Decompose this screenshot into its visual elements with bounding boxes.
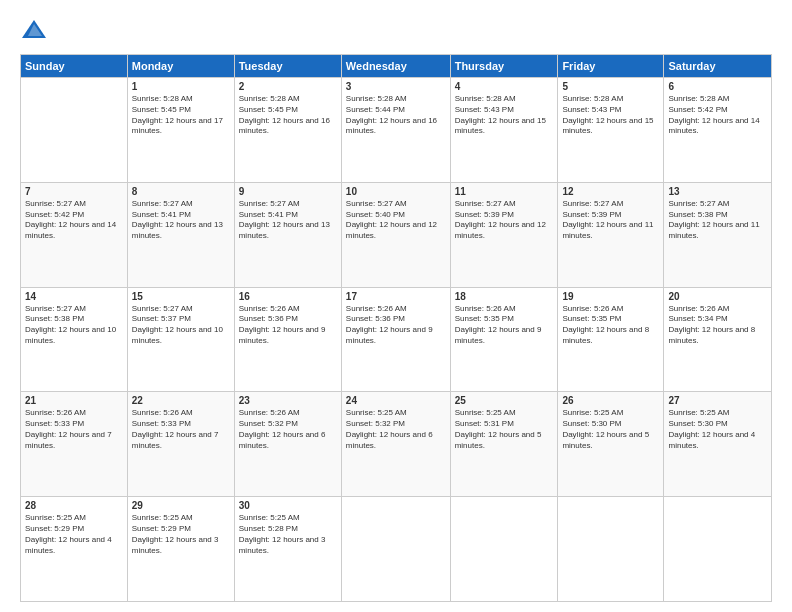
day-number: 28: [25, 500, 123, 511]
day-number: 7: [25, 186, 123, 197]
day-number: 9: [239, 186, 337, 197]
cell-info: Sunrise: 5:26 AMSunset: 5:32 PMDaylight:…: [239, 408, 337, 451]
cell-info: Sunrise: 5:27 AMSunset: 5:38 PMDaylight:…: [25, 304, 123, 347]
day-number: 17: [346, 291, 446, 302]
calendar-header-saturday: Saturday: [664, 55, 772, 78]
calendar-table: SundayMondayTuesdayWednesdayThursdayFrid…: [20, 54, 772, 602]
calendar-cell: 24Sunrise: 5:25 AMSunset: 5:32 PMDayligh…: [341, 392, 450, 497]
day-number: 13: [668, 186, 767, 197]
calendar-week-3: 14Sunrise: 5:27 AMSunset: 5:38 PMDayligh…: [21, 287, 772, 392]
cell-info: Sunrise: 5:26 AMSunset: 5:35 PMDaylight:…: [562, 304, 659, 347]
day-number: 25: [455, 395, 554, 406]
calendar-header-wednesday: Wednesday: [341, 55, 450, 78]
day-number: 21: [25, 395, 123, 406]
calendar-cell: 9Sunrise: 5:27 AMSunset: 5:41 PMDaylight…: [234, 182, 341, 287]
calendar-cell: 26Sunrise: 5:25 AMSunset: 5:30 PMDayligh…: [558, 392, 664, 497]
calendar-cell: [558, 497, 664, 602]
calendar-header-monday: Monday: [127, 55, 234, 78]
calendar-cell: 7Sunrise: 5:27 AMSunset: 5:42 PMDaylight…: [21, 182, 128, 287]
calendar-cell: 22Sunrise: 5:26 AMSunset: 5:33 PMDayligh…: [127, 392, 234, 497]
calendar-header-row: SundayMondayTuesdayWednesdayThursdayFrid…: [21, 55, 772, 78]
calendar-cell: 15Sunrise: 5:27 AMSunset: 5:37 PMDayligh…: [127, 287, 234, 392]
day-number: 11: [455, 186, 554, 197]
day-number: 14: [25, 291, 123, 302]
cell-info: Sunrise: 5:25 AMSunset: 5:32 PMDaylight:…: [346, 408, 446, 451]
cell-info: Sunrise: 5:26 AMSunset: 5:35 PMDaylight:…: [455, 304, 554, 347]
calendar-week-4: 21Sunrise: 5:26 AMSunset: 5:33 PMDayligh…: [21, 392, 772, 497]
day-number: 29: [132, 500, 230, 511]
calendar-cell: 16Sunrise: 5:26 AMSunset: 5:36 PMDayligh…: [234, 287, 341, 392]
cell-info: Sunrise: 5:26 AMSunset: 5:33 PMDaylight:…: [25, 408, 123, 451]
cell-info: Sunrise: 5:27 AMSunset: 5:41 PMDaylight:…: [239, 199, 337, 242]
calendar-cell: [450, 497, 558, 602]
header: [20, 16, 772, 44]
day-number: 30: [239, 500, 337, 511]
calendar-cell: 14Sunrise: 5:27 AMSunset: 5:38 PMDayligh…: [21, 287, 128, 392]
cell-info: Sunrise: 5:25 AMSunset: 5:29 PMDaylight:…: [25, 513, 123, 556]
calendar-cell: [341, 497, 450, 602]
cell-info: Sunrise: 5:25 AMSunset: 5:29 PMDaylight:…: [132, 513, 230, 556]
calendar-header-thursday: Thursday: [450, 55, 558, 78]
day-number: 19: [562, 291, 659, 302]
calendar-cell: 8Sunrise: 5:27 AMSunset: 5:41 PMDaylight…: [127, 182, 234, 287]
calendar-cell: 1Sunrise: 5:28 AMSunset: 5:45 PMDaylight…: [127, 78, 234, 183]
calendar-cell: 10Sunrise: 5:27 AMSunset: 5:40 PMDayligh…: [341, 182, 450, 287]
cell-info: Sunrise: 5:28 AMSunset: 5:45 PMDaylight:…: [239, 94, 337, 137]
cell-info: Sunrise: 5:25 AMSunset: 5:30 PMDaylight:…: [668, 408, 767, 451]
day-number: 24: [346, 395, 446, 406]
calendar-cell: 20Sunrise: 5:26 AMSunset: 5:34 PMDayligh…: [664, 287, 772, 392]
cell-info: Sunrise: 5:25 AMSunset: 5:28 PMDaylight:…: [239, 513, 337, 556]
day-number: 8: [132, 186, 230, 197]
day-number: 16: [239, 291, 337, 302]
cell-info: Sunrise: 5:27 AMSunset: 5:39 PMDaylight:…: [455, 199, 554, 242]
calendar-week-2: 7Sunrise: 5:27 AMSunset: 5:42 PMDaylight…: [21, 182, 772, 287]
cell-info: Sunrise: 5:28 AMSunset: 5:45 PMDaylight:…: [132, 94, 230, 137]
cell-info: Sunrise: 5:27 AMSunset: 5:40 PMDaylight:…: [346, 199, 446, 242]
calendar-cell: 17Sunrise: 5:26 AMSunset: 5:36 PMDayligh…: [341, 287, 450, 392]
day-number: 1: [132, 81, 230, 92]
day-number: 27: [668, 395, 767, 406]
cell-info: Sunrise: 5:28 AMSunset: 5:43 PMDaylight:…: [562, 94, 659, 137]
cell-info: Sunrise: 5:27 AMSunset: 5:42 PMDaylight:…: [25, 199, 123, 242]
calendar-header-friday: Friday: [558, 55, 664, 78]
cell-info: Sunrise: 5:28 AMSunset: 5:43 PMDaylight:…: [455, 94, 554, 137]
calendar-header-sunday: Sunday: [21, 55, 128, 78]
day-number: 23: [239, 395, 337, 406]
logo: [20, 16, 52, 44]
calendar-cell: [21, 78, 128, 183]
cell-info: Sunrise: 5:25 AMSunset: 5:30 PMDaylight:…: [562, 408, 659, 451]
day-number: 6: [668, 81, 767, 92]
calendar-cell: 13Sunrise: 5:27 AMSunset: 5:38 PMDayligh…: [664, 182, 772, 287]
calendar-cell: 12Sunrise: 5:27 AMSunset: 5:39 PMDayligh…: [558, 182, 664, 287]
cell-info: Sunrise: 5:28 AMSunset: 5:42 PMDaylight:…: [668, 94, 767, 137]
calendar-cell: 6Sunrise: 5:28 AMSunset: 5:42 PMDaylight…: [664, 78, 772, 183]
day-number: 2: [239, 81, 337, 92]
calendar-cell: [664, 497, 772, 602]
calendar-week-1: 1Sunrise: 5:28 AMSunset: 5:45 PMDaylight…: [21, 78, 772, 183]
cell-info: Sunrise: 5:27 AMSunset: 5:37 PMDaylight:…: [132, 304, 230, 347]
calendar-header-tuesday: Tuesday: [234, 55, 341, 78]
logo-icon: [20, 16, 48, 44]
page: SundayMondayTuesdayWednesdayThursdayFrid…: [0, 0, 792, 612]
calendar-cell: 23Sunrise: 5:26 AMSunset: 5:32 PMDayligh…: [234, 392, 341, 497]
calendar-cell: 18Sunrise: 5:26 AMSunset: 5:35 PMDayligh…: [450, 287, 558, 392]
calendar-cell: 4Sunrise: 5:28 AMSunset: 5:43 PMDaylight…: [450, 78, 558, 183]
cell-info: Sunrise: 5:26 AMSunset: 5:36 PMDaylight:…: [346, 304, 446, 347]
cell-info: Sunrise: 5:27 AMSunset: 5:39 PMDaylight:…: [562, 199, 659, 242]
day-number: 22: [132, 395, 230, 406]
calendar-cell: 21Sunrise: 5:26 AMSunset: 5:33 PMDayligh…: [21, 392, 128, 497]
calendar-cell: 11Sunrise: 5:27 AMSunset: 5:39 PMDayligh…: [450, 182, 558, 287]
day-number: 15: [132, 291, 230, 302]
day-number: 3: [346, 81, 446, 92]
calendar-cell: 30Sunrise: 5:25 AMSunset: 5:28 PMDayligh…: [234, 497, 341, 602]
calendar-cell: 19Sunrise: 5:26 AMSunset: 5:35 PMDayligh…: [558, 287, 664, 392]
calendar-cell: 2Sunrise: 5:28 AMSunset: 5:45 PMDaylight…: [234, 78, 341, 183]
calendar-cell: 28Sunrise: 5:25 AMSunset: 5:29 PMDayligh…: [21, 497, 128, 602]
calendar-cell: 3Sunrise: 5:28 AMSunset: 5:44 PMDaylight…: [341, 78, 450, 183]
day-number: 26: [562, 395, 659, 406]
calendar-cell: 5Sunrise: 5:28 AMSunset: 5:43 PMDaylight…: [558, 78, 664, 183]
calendar-cell: 25Sunrise: 5:25 AMSunset: 5:31 PMDayligh…: [450, 392, 558, 497]
day-number: 4: [455, 81, 554, 92]
day-number: 10: [346, 186, 446, 197]
cell-info: Sunrise: 5:26 AMSunset: 5:34 PMDaylight:…: [668, 304, 767, 347]
